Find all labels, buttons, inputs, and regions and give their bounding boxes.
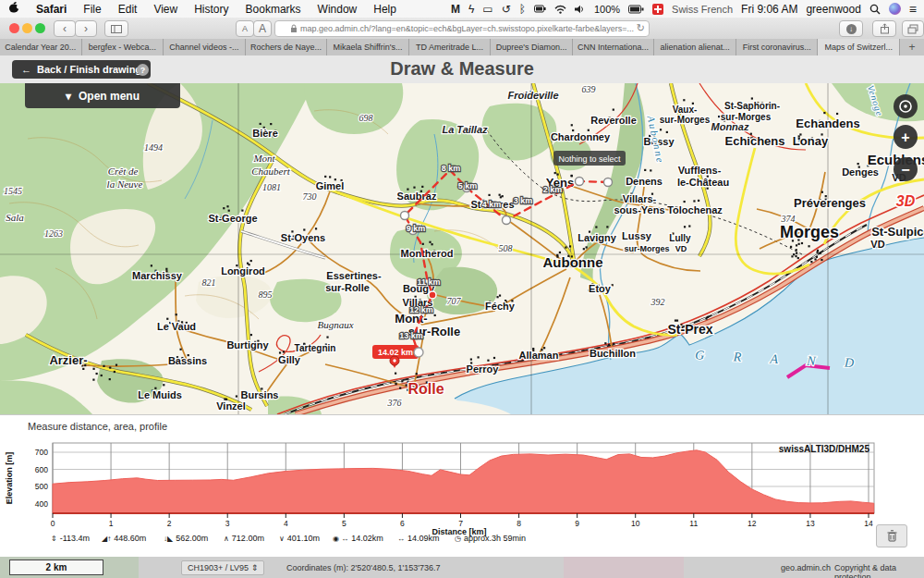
km-marker-label: 2 km [543, 185, 563, 194]
m-logo-icon[interactable]: M [451, 3, 460, 16]
browser-tab-9[interactable]: alienation alienat... [654, 39, 736, 55]
zoom-window-button[interactable] [35, 23, 45, 33]
map-label-elev: 1081 [262, 182, 281, 192]
siri-icon[interactable] [889, 3, 901, 15]
stat-ascent: ◢↑448.60m [102, 534, 146, 543]
back-finish-drawing-button[interactable]: ← Back / Finish drawing [12, 60, 151, 79]
close-window-button[interactable] [9, 23, 19, 33]
lowest-icon: ∨ [279, 535, 285, 543]
notification-center-icon[interactable]: ≡ [909, 3, 917, 16]
x-tick-label: 1 [109, 519, 114, 528]
projection-select[interactable]: CH1903+ / LV95 ⇕ [181, 560, 264, 575]
map-label-town: Bière [252, 128, 278, 139]
menu-item-file[interactable]: File [75, 3, 109, 16]
browser-tab-4[interactable]: Rochers de Naye... [246, 39, 328, 55]
map-label-town: Préverenges [794, 196, 866, 210]
back-button[interactable]: ‹ [54, 20, 76, 37]
back-finish-label: Back / Finish drawing [37, 64, 141, 75]
y-tick-label: 500 [35, 482, 48, 491]
km-marker-label: 13 km [399, 331, 423, 340]
bluetooth-icon[interactable]: ᛒ [519, 3, 526, 16]
display-icon[interactable]: ▭ [482, 3, 492, 16]
browser-tab-5[interactable]: Mikaela Shiffrin's... [327, 39, 409, 55]
menu-item-history[interactable]: History [186, 3, 237, 16]
apple-menu-icon[interactable] [0, 1, 28, 17]
footer-map-bleed [564, 557, 684, 578]
browser-tab-2[interactable]: bergfex - Webca... [82, 39, 164, 55]
volume-icon[interactable] [575, 5, 586, 14]
menu-item-help[interactable]: Help [365, 3, 405, 16]
map-control-3d[interactable]: 3D [896, 193, 916, 209]
select-arrows-icon: ⇕ [251, 563, 259, 572]
measure-vertex[interactable] [604, 178, 613, 187]
profile-stats: ⇕-113.4m◢↑448.60m↓◣562.00m∧712.00m∨401.1… [0, 534, 869, 548]
x-tick-label: 12 [748, 519, 757, 528]
copyright-link[interactable]: Copyright & data protection [834, 563, 924, 578]
browser-tab-8[interactable]: CNN Internationa... [573, 39, 655, 55]
minimize-window-button[interactable] [22, 23, 32, 33]
browser-tab-11[interactable]: Maps of Switzerl... [818, 39, 900, 55]
measure-vertex[interactable] [576, 178, 584, 186]
browser-tab-3[interactable]: Channel videos -... [164, 39, 246, 55]
chevron-down-icon: ▾ [66, 90, 71, 103]
input-source-label[interactable]: Swiss French [672, 4, 733, 15]
map-label-town: St-Oyens [281, 232, 325, 243]
time-machine-icon[interactable]: ↺ [502, 3, 511, 16]
swiss-flag-icon[interactable] [652, 4, 663, 15]
map-label-town: Bassins [168, 355, 207, 366]
font-larger-button[interactable]: A [253, 20, 272, 37]
scale-bar: 2 km [9, 560, 103, 575]
map-label-terrain: Crêt de [108, 166, 139, 177]
browser-tab-6[interactable]: TD Ameritrade L... [409, 39, 492, 55]
measure-end-point[interactable] [414, 348, 423, 357]
y-tick-label: 700 [35, 448, 48, 457]
map-control-zoom-in[interactable]: + [894, 125, 918, 149]
share-button[interactable] [872, 20, 896, 37]
browser-tab-1[interactable]: Calendar Year 20... [0, 39, 82, 55]
menu-clock[interactable]: Fri 9:06 AM [741, 3, 797, 16]
url-bar[interactable]: map.geo.admin.ch/?lang=en&topic=ech&bgLa… [274, 20, 650, 37]
map-label-town: VD [675, 244, 687, 253]
wifi-icon[interactable] [554, 5, 566, 14]
km-marker-label: 3 km [514, 196, 533, 205]
search-icon[interactable] [869, 4, 881, 15]
map-viewport[interactable]: BièreGimelSaubrazSt-GeorgeSt-OyensMarchi… [0, 83, 924, 414]
x-tick-label: 2 [167, 519, 172, 528]
user-menu[interactable]: greenwood [806, 3, 860, 16]
geoadmin-link[interactable]: geo.admin.ch [781, 563, 831, 572]
menu-item-bookmarks[interactable]: Bookmarks [237, 3, 310, 16]
map-label-elev: 707 [447, 296, 462, 306]
map-label-town: Essertines- [326, 270, 382, 281]
map-control-zoom-out[interactable]: − [894, 157, 918, 181]
measure-active-vertex[interactable] [429, 291, 436, 299]
menu-item-window[interactable]: Window [310, 3, 366, 16]
new-tab-button[interactable]: + [900, 39, 924, 55]
reload-icon[interactable]: ↻ [637, 22, 645, 34]
km-marker-label: 5 km [458, 181, 478, 191]
measure-vertex[interactable] [503, 216, 511, 225]
menu-item-view[interactable]: View [145, 3, 186, 16]
battery-module-icon[interactable] [534, 5, 546, 13]
downloads-button[interactable]: ↓ [839, 20, 863, 37]
sidebar-button[interactable] [104, 20, 128, 37]
map-label-town: Echichens [724, 134, 784, 148]
open-menu-button[interactable]: ▾ Open menu [25, 83, 180, 108]
tab-overview-button[interactable] [902, 20, 924, 37]
delete-profile-button[interactable] [876, 524, 907, 547]
browser-tab-7[interactable]: Dupree's Diamon... [491, 39, 573, 55]
help-button[interactable]: ? [137, 64, 149, 76]
browser-tab-10[interactable]: First coronavirus... [736, 39, 819, 55]
measure-vertex[interactable] [401, 212, 409, 220]
battery-charging-icon[interactable] [628, 5, 644, 14]
y-tick-label: 400 [35, 499, 48, 509]
km-marker-label: 11 km [417, 277, 440, 287]
map-control-geolocate[interactable] [894, 94, 918, 118]
forward-button[interactable]: › [75, 20, 97, 37]
menu-item-safari[interactable]: Safari [28, 3, 75, 16]
menu-item-edit[interactable]: Edit [110, 3, 146, 16]
font-smaller-button[interactable]: A [236, 20, 254, 37]
bolt-icon[interactable]: ϟ [468, 3, 474, 16]
tabs-icon [907, 24, 918, 34]
map-label-town: Denens [626, 176, 663, 187]
elevation-profile-chart[interactable]: 40050060070001234567891011121314Distance… [0, 436, 924, 539]
